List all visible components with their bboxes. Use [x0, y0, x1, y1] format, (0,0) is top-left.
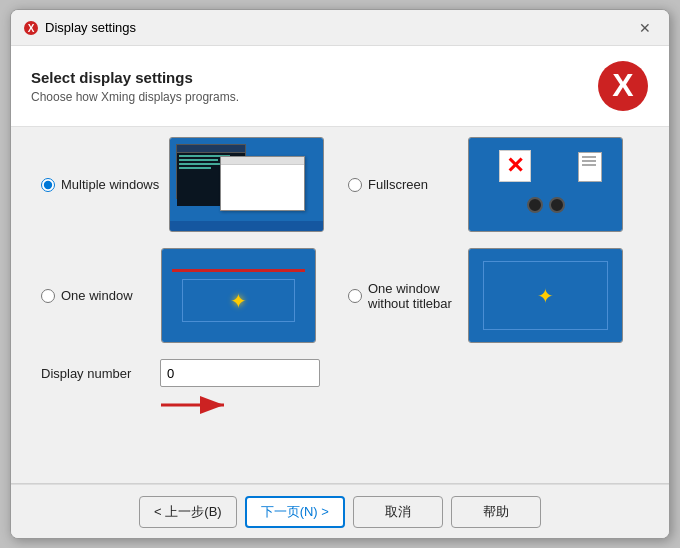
radio-multiple-windows[interactable]: [41, 178, 55, 192]
preview-one-window: ✦: [161, 248, 316, 343]
main-content: Multiple windows: [11, 127, 669, 483]
radio-fullscreen[interactable]: [348, 178, 362, 192]
radio-one-window[interactable]: [41, 289, 55, 303]
svg-text:X: X: [612, 67, 634, 103]
xming-title-icon: X: [23, 20, 39, 36]
fullscreen-page-icon: [578, 152, 602, 182]
display-number-label: Display number: [41, 366, 146, 381]
next-button[interactable]: 下一页(N) >: [245, 496, 345, 528]
page-subtitle: Choose how Xming displays programs.: [31, 90, 239, 104]
display-number-row: Display number: [41, 359, 639, 387]
page-title: Select display settings: [31, 69, 239, 86]
radio-fullscreen-text: Fullscreen: [368, 177, 428, 192]
option-fullscreen-left: Fullscreen: [348, 177, 458, 192]
back-button[interactable]: < 上一步(B): [139, 496, 237, 528]
footer: < 上一步(B) 下一页(N) > 取消 帮助: [11, 484, 669, 538]
radio-one-window-notitlebar-text: One windowwithout titlebar: [368, 281, 452, 311]
display-number-input[interactable]: [160, 359, 320, 387]
option-one-window: One window ✦: [41, 248, 332, 343]
arrow-hint: [156, 395, 639, 415]
radio-one-window-text: One window: [61, 288, 133, 303]
radio-one-window-notitlebar-label[interactable]: One windowwithout titlebar: [348, 281, 452, 311]
option-one-window-left: One window: [41, 288, 151, 303]
header-section: Select display settings Choose how Xming…: [11, 46, 669, 127]
radio-fullscreen-label[interactable]: Fullscreen: [348, 177, 428, 192]
radio-multiple-windows-label[interactable]: Multiple windows: [41, 177, 159, 192]
fullscreen-x-icon: ✕: [499, 150, 531, 182]
option-one-window-no-titlebar-left: One windowwithout titlebar: [348, 281, 458, 311]
red-arrow-icon: [156, 395, 236, 415]
preview-one-window-no-titlebar: ✦: [468, 248, 623, 343]
help-button[interactable]: 帮助: [451, 496, 541, 528]
fullscreen-eyes: [527, 197, 565, 213]
dialog-window: X Display settings ✕ Select display sett…: [10, 9, 670, 539]
one-window-star: ✦: [230, 289, 247, 313]
header-text: Select display settings Choose how Xming…: [31, 69, 239, 104]
radio-multiple-windows-text: Multiple windows: [61, 177, 159, 192]
option-one-window-no-titlebar: One windowwithout titlebar ✦: [348, 248, 639, 343]
title-bar-left: X Display settings: [23, 20, 136, 36]
preview-multiple-windows: [169, 137, 324, 232]
preview-fullscreen: ✕: [468, 137, 623, 232]
option-multiple-windows-left: Multiple windows: [41, 177, 159, 192]
no-titlebar-star: ✦: [537, 284, 554, 308]
title-bar-text: Display settings: [45, 20, 136, 35]
option-multiple-windows: Multiple windows: [41, 137, 332, 232]
option-fullscreen: Fullscreen ✕: [348, 137, 639, 232]
title-bar: X Display settings ✕: [11, 10, 669, 46]
radio-one-window-label[interactable]: One window: [41, 288, 133, 303]
radio-one-window-notitlebar[interactable]: [348, 289, 362, 303]
cancel-button[interactable]: 取消: [353, 496, 443, 528]
close-button[interactable]: ✕: [633, 16, 657, 40]
xming-logo: X: [597, 60, 649, 112]
svg-text:X: X: [28, 23, 35, 34]
options-grid: Multiple windows: [41, 137, 639, 343]
